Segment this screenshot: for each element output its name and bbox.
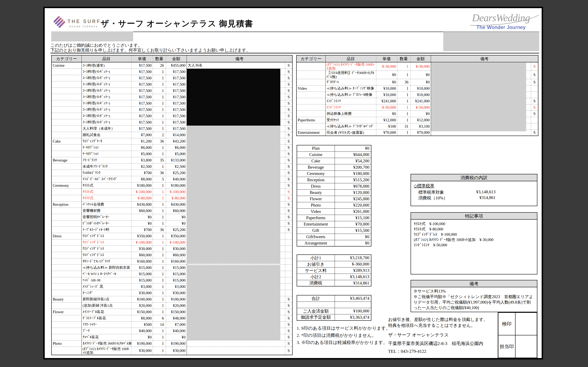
cell-amt: ¥190,000	[166, 340, 187, 347]
cell-amt: ¥17,500	[166, 125, 187, 132]
cell-item: ﾌﾗﾜｰｼｬﾜｰ	[81, 321, 131, 328]
cell-amt: ¥7,000	[166, 321, 187, 328]
cell-item: ﾒﾝｽﾞｼｭｰｽﾞ 黒	[81, 284, 131, 290]
tax-value: ¥3,148,613	[457, 189, 495, 195]
cell-cat	[52, 144, 81, 151]
summary-label: Reception	[297, 177, 335, 183]
cell-cat	[52, 81, 81, 87]
summary-row: Video¥261,000	[297, 208, 371, 215]
venue-tel: TEL：043-279-4122	[388, 348, 426, 354]
cell-amt: ¥48,000	[166, 315, 187, 321]
cell-cat	[52, 226, 81, 233]
cell-amt: ¥10,000	[410, 92, 431, 98]
cell-qty: 1	[153, 189, 166, 195]
cell-item: ｺｰｽ料理(ｲﾚｷﾞｭﾗｰ)	[81, 68, 131, 75]
cell-unit: ¥180,000	[131, 182, 153, 189]
cell-amt: ¥0	[410, 110, 431, 117]
cell-item: 音響照明ｵﾍﾟﾚｰﾀｰ	[81, 214, 131, 220]
summary-value: ¥3,363,474	[335, 314, 371, 320]
cell-item: ﾋﾟﾝｽﾎﾟｯﾄｵﾍﾟﾚｰﾀｰ	[81, 220, 131, 226]
cell-amt: ¥70,000	[410, 129, 431, 136]
note-line: 1. S印のある項目はサービス料がかかります。	[297, 325, 390, 332]
cell-unit: ¥17,500	[131, 87, 153, 94]
cell-sflag: S	[531, 129, 538, 136]
col-unit-price: 単価	[131, 55, 153, 62]
special-line: ｷﾘｽﾄ式 ¥-100,000	[414, 221, 534, 226]
cell-sflag	[285, 284, 292, 290]
cell-qty: 1	[153, 119, 166, 125]
summary-row: お値引き¥-360,000	[297, 261, 371, 267]
summary-value: ¥54,200	[335, 158, 371, 164]
cell-unit: ¥190,000	[131, 340, 153, 347]
cell-cat: PaperItems	[296, 117, 325, 123]
cell-cat	[52, 163, 81, 170]
cell-amt: ¥5,000	[166, 151, 187, 157]
cell-sflag: S	[285, 315, 292, 321]
cell-amt: ¥133,000	[166, 157, 187, 163]
cell-qty: 1	[397, 85, 410, 92]
cell-item: ｺｰｽ料理(ｲﾚｷﾞｭﾗｰ)	[81, 81, 131, 87]
cell-sflag: S	[285, 176, 292, 182]
header-rule	[51, 53, 539, 53]
cell-qty: 1	[153, 258, 166, 264]
summary-row: サービス料¥289,913	[297, 267, 371, 274]
cell-amt: ¥150,000	[166, 309, 187, 315]
cell-unit: ¥1,200	[131, 138, 153, 144]
cell-item: ｷﾘｽﾄ式	[81, 195, 131, 201]
cell-unit: ¥700	[131, 170, 153, 176]
cell-sflag: S	[285, 302, 292, 309]
summary-row: PaperItems¥15,100	[297, 215, 371, 221]
cell-item: ｺｰｽ料理(ｲﾚｷﾞｭﾗｰ)	[81, 113, 131, 119]
cell-qty: 1	[153, 347, 166, 355]
cell-cat	[52, 290, 81, 296]
cell-amt: ¥241,000	[410, 98, 431, 104]
cell-sflag: S	[285, 195, 292, 201]
cell-qty: 36	[153, 138, 166, 144]
cell-cat	[296, 110, 325, 117]
cell-sflag	[285, 277, 292, 284]
cell-item: ﾊﾞﾝｹｯﾄ会場費	[81, 201, 131, 208]
cell-cat: Flower	[52, 309, 81, 315]
cell-amt: ¥0	[166, 334, 187, 340]
thesurf-logo-icon	[54, 16, 65, 28]
cell-qty: 1	[153, 201, 166, 208]
cell-unit: ¥-30,000	[376, 62, 397, 71]
cell-qty: 1	[153, 195, 166, 201]
cell-amt: ¥25,200	[166, 226, 187, 233]
cell-amt: ¥60,000	[166, 208, 187, 214]
summary-label: 小計1	[297, 255, 335, 261]
cell-qty: 1	[153, 87, 166, 94]
cell-qty: 1	[153, 239, 166, 245]
cell-unit: ¥6,000	[131, 144, 153, 151]
cell-cat	[52, 106, 81, 113]
tax-rate-heading: ◇標準税率	[414, 183, 534, 189]
cell-qty: 1	[153, 208, 166, 214]
cell-qty: 1	[397, 117, 410, 123]
cell-sflag: S	[285, 125, 292, 132]
cell-remark: 大人36名	[187, 62, 285, 68]
cell-item: ﾓｰﾆﾝｸﾞ	[81, 290, 131, 296]
cell-cat	[52, 264, 81, 271]
cell-amt: ¥25,200	[166, 170, 187, 176]
cell-qty: 1	[153, 284, 166, 290]
cell-unit: ¥350,000	[131, 233, 153, 239]
cell-sflag: S	[285, 201, 292, 208]
greeting-line2: 下記のとおり御見積りを申し上げます。何卒宜しくお取り計らい下さいますようお願い申…	[51, 47, 251, 53]
cell-cat: Reception	[52, 201, 81, 208]
cell-sflag: S	[285, 182, 292, 189]
cell-unit: ¥150,000	[131, 309, 153, 315]
summary-label: Beauty	[297, 189, 335, 196]
cell-cat	[52, 100, 81, 106]
cell-unit: ¥0	[131, 334, 153, 340]
cell-amt: ¥17,500	[166, 68, 187, 75]
cell-sflag	[285, 258, 292, 264]
special-line: ｴﾝﾄﾞｼｴﾝﾏ ¥-50,000	[414, 242, 534, 248]
cell-cat	[52, 245, 81, 252]
summary-row: ご入金済金額¥100,000	[297, 308, 371, 314]
cell-cat	[52, 208, 81, 214]
cell-cat	[52, 176, 81, 182]
cell-cat: Photo	[52, 340, 81, 347]
cell-unit: ¥17,500	[131, 75, 153, 81]
cell-amt: ¥20,000	[166, 302, 187, 309]
col-unit-price: 単価	[376, 55, 397, 62]
